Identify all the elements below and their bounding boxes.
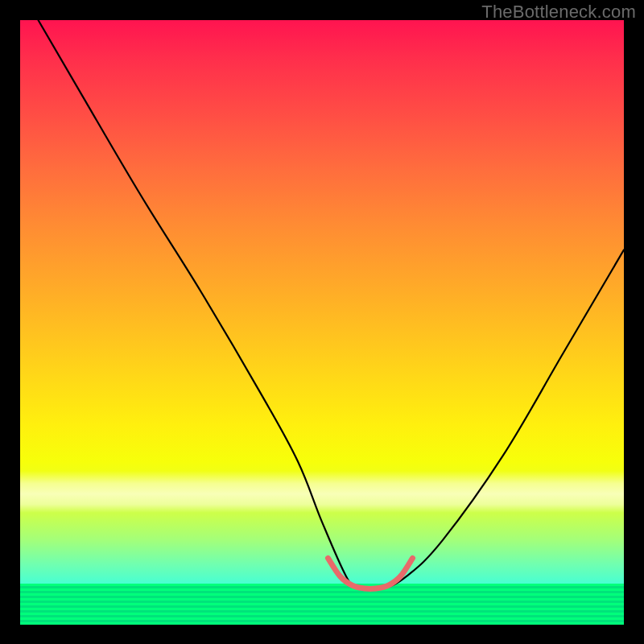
valley-highlight: [328, 558, 413, 588]
chart-frame: TheBottleneck.com: [0, 0, 644, 644]
curve-layer: [20, 20, 624, 625]
watermark-text: TheBottleneck.com: [481, 2, 636, 23]
plot-area: [20, 20, 624, 625]
bottleneck-curve: [39, 20, 625, 590]
